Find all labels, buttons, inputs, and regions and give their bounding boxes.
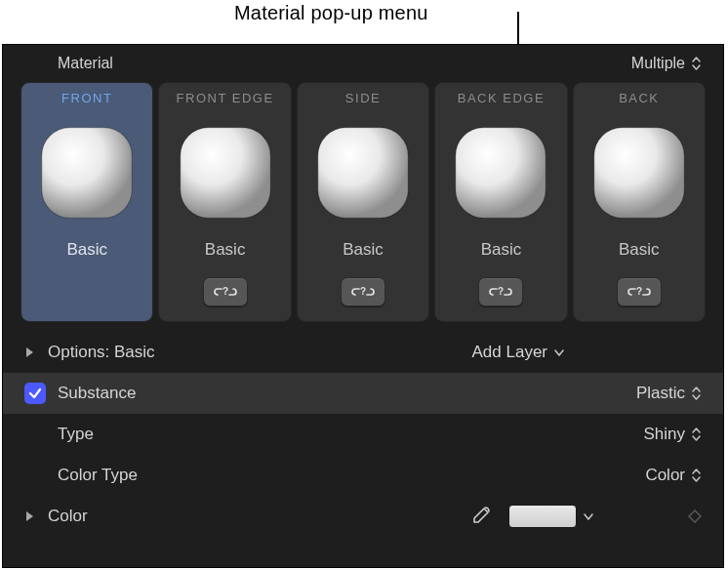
facet-card-back-edge[interactable]: BACK EDGE Basic ? bbox=[434, 82, 567, 322]
facet-material-name: Basic bbox=[66, 240, 107, 260]
popup-arrows-icon bbox=[691, 468, 702, 483]
options-label: Options: Basic bbox=[48, 343, 472, 362]
material-header-row: Material Multiple bbox=[3, 45, 723, 82]
keyframe-diamond-icon[interactable] bbox=[688, 509, 702, 523]
link-break-button[interactable]: ? bbox=[478, 277, 523, 306]
material-popup-menu[interactable]: Multiple bbox=[631, 55, 702, 72]
facet-card-front[interactable]: FRONT Basic bbox=[20, 82, 153, 322]
material-preview-thumb bbox=[447, 119, 554, 226]
colortype-row: Color Type Color bbox=[3, 455, 723, 496]
substance-popup[interactable]: Plastic bbox=[636, 384, 702, 403]
color-well[interactable] bbox=[508, 505, 577, 528]
facet-title: FRONT bbox=[61, 91, 112, 105]
svg-text:?: ? bbox=[222, 286, 228, 297]
facet-title: BACK EDGE bbox=[458, 91, 545, 105]
link-break-button[interactable]: ? bbox=[341, 277, 385, 306]
svg-rect-11 bbox=[594, 128, 684, 218]
svg-text:?: ? bbox=[498, 286, 504, 297]
callout-label: Material pop-up menu bbox=[234, 2, 428, 24]
link-break-button[interactable]: ? bbox=[617, 277, 662, 306]
substance-value: Plastic bbox=[636, 384, 685, 403]
popup-arrows-icon bbox=[691, 56, 702, 71]
facet-title: FRONT EDGE bbox=[177, 91, 274, 105]
link-break-icon: ? bbox=[627, 284, 652, 300]
facet-title: BACK bbox=[619, 91, 659, 105]
substance-label: Substance bbox=[58, 384, 636, 403]
svg-rect-5 bbox=[318, 128, 408, 218]
facet-card-front-edge[interactable]: FRONT EDGE Basic ? bbox=[158, 82, 291, 322]
material-preview-thumb bbox=[33, 119, 141, 226]
facet-title: SIDE bbox=[345, 91, 381, 105]
add-layer-menu[interactable]: Add Layer bbox=[472, 343, 703, 362]
eyedropper-icon bbox=[469, 506, 491, 527]
chevron-down-icon bbox=[553, 347, 565, 357]
svg-rect-2 bbox=[180, 128, 269, 218]
checkmark-icon bbox=[28, 387, 42, 400]
material-preview-thumb bbox=[309, 119, 417, 226]
add-layer-label: Add Layer bbox=[472, 343, 548, 362]
substance-row: Substance Plastic bbox=[3, 373, 723, 414]
options-row: Options: Basic Add Layer bbox=[3, 332, 723, 373]
type-popup[interactable]: Shiny bbox=[643, 425, 702, 444]
facet-material-name: Basic bbox=[343, 240, 384, 260]
svg-rect-0 bbox=[42, 128, 132, 218]
colortype-popup[interactable]: Color bbox=[645, 466, 702, 485]
link-break-icon: ? bbox=[350, 284, 376, 300]
colortype-value: Color bbox=[645, 466, 685, 485]
material-section-label: Material bbox=[58, 55, 113, 72]
material-popup-value: Multiple bbox=[631, 55, 685, 72]
facet-material-name: Basic bbox=[619, 240, 660, 260]
eyedropper-button[interactable] bbox=[469, 506, 491, 527]
substance-checkbox[interactable] bbox=[24, 383, 46, 404]
link-break-button[interactable]: ? bbox=[203, 277, 248, 306]
disclosure-triangle[interactable] bbox=[24, 346, 42, 359]
facet-card-back[interactable]: BACK Basic ? bbox=[573, 82, 706, 322]
svg-text:?: ? bbox=[636, 286, 642, 297]
material-preview-thumb bbox=[172, 119, 279, 226]
disclosure-triangle[interactable] bbox=[24, 509, 42, 523]
chevron-down-icon[interactable] bbox=[583, 511, 594, 521]
type-label: Type bbox=[58, 425, 643, 444]
color-label: Color bbox=[48, 507, 469, 526]
color-row: Color bbox=[3, 496, 723, 537]
svg-rect-8 bbox=[456, 128, 546, 218]
colortype-label: Color Type bbox=[58, 466, 645, 485]
facet-material-name: Basic bbox=[481, 240, 522, 260]
material-facets-strip: FRONT Basic FRONT EDGE bbox=[3, 82, 723, 326]
material-preview-thumb bbox=[586, 119, 693, 226]
type-value: Shiny bbox=[643, 425, 685, 444]
material-inspector-panel: Material Multiple FRONT bbox=[2, 44, 724, 568]
popup-arrows-icon bbox=[691, 386, 702, 401]
svg-text:?: ? bbox=[360, 286, 366, 297]
facet-card-side[interactable]: SIDE Basic ? bbox=[297, 82, 429, 322]
popup-arrows-icon bbox=[691, 427, 702, 442]
type-row: Type Shiny bbox=[3, 414, 723, 455]
facet-material-name: Basic bbox=[205, 240, 246, 260]
link-break-icon: ? bbox=[213, 284, 238, 300]
link-break-icon: ? bbox=[488, 284, 513, 300]
